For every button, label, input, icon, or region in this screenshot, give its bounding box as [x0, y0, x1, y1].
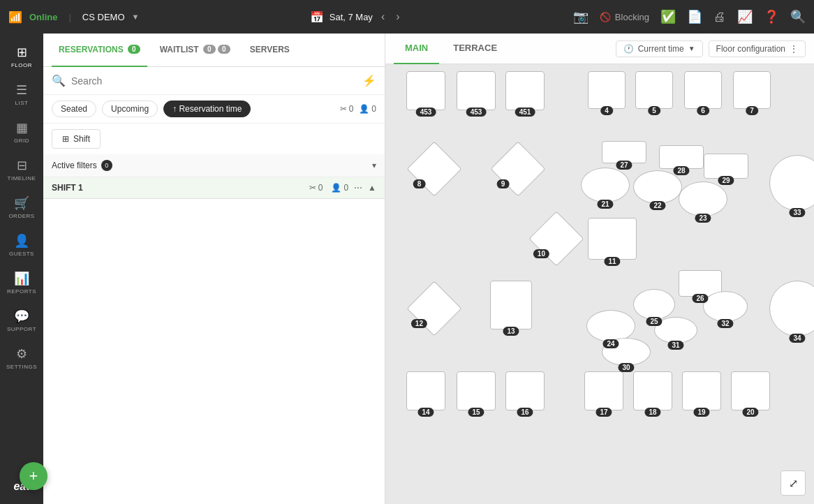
help-icon[interactable]: ❓ — [764, 9, 779, 24]
sidebar-item-grid-label: GRID — [14, 138, 29, 144]
table-8[interactable]: 8 — [406, 141, 462, 197]
floor-tab-terrace[interactable]: TERRACE — [442, 34, 508, 64]
print-icon[interactable]: 🖨 — [713, 10, 726, 24]
table-label-12: 12 — [411, 319, 427, 328]
sidebar-item-grid[interactable]: ▦ GRID — [3, 114, 40, 149]
table-4[interactable]: 4 — [588, 71, 626, 109]
table-23[interactable]: 23 — [679, 181, 727, 216]
table-33[interactable]: 33 — [769, 155, 814, 211]
persons-count-item: 👤 0 — [359, 104, 376, 114]
sidebar-item-settings[interactable]: ⚙ SETTINGS — [3, 341, 40, 376]
table-6[interactable]: 6 — [684, 71, 722, 109]
seated-chip-label: Seated — [61, 104, 87, 114]
topbar-center: 📅 Sat, 7 May ‹ › — [150, 8, 561, 26]
table-label-21: 21 — [597, 200, 613, 209]
list-icon: ☰ — [16, 82, 27, 98]
current-time-button[interactable]: 🕐 Current time ▼ — [616, 40, 703, 57]
table-32[interactable]: 32 — [703, 291, 748, 322]
table-453b[interactable]: 453 — [457, 71, 496, 110]
table-10[interactable]: 10 — [528, 211, 584, 267]
date-display: Sat, 7 May — [330, 12, 373, 22]
table-20[interactable]: 20 — [731, 371, 770, 410]
sidebar-item-list[interactable]: ☰ LIST — [3, 77, 40, 112]
table-19[interactable]: 19 — [682, 371, 721, 410]
next-date-button[interactable]: › — [393, 8, 402, 26]
expand-button[interactable]: ⤢ — [780, 470, 806, 496]
reservations-label: RESERVATIONS — [59, 45, 124, 54]
current-time-dropdown-icon: ▼ — [688, 45, 695, 52]
floor-canvas: 4534534514567892721282229233310111213252… — [385, 64, 814, 504]
table-18[interactable]: 18 — [633, 371, 672, 410]
demo-name[interactable]: CS DEMO — [82, 12, 125, 22]
seated-chip[interactable]: Seated — [52, 101, 96, 117]
table-28[interactable]: 28 — [659, 145, 704, 169]
floor-tab-terrace-label: TERRACE — [453, 43, 497, 53]
table-27[interactable]: 27 — [602, 141, 646, 163]
table-31[interactable]: 31 — [654, 317, 697, 343]
table-22[interactable]: 22 — [633, 170, 682, 204]
table-34[interactable]: 34 — [769, 281, 814, 336]
table-9[interactable]: 9 — [490, 141, 546, 197]
floor-tab-main[interactable]: MAIN — [394, 34, 439, 64]
sidebar-item-timeline[interactable]: ⊟ TIMELINE — [3, 152, 40, 187]
shift-collapse-button[interactable]: ▲ — [368, 183, 376, 193]
prev-date-button[interactable]: ‹ — [378, 8, 387, 26]
table-label-453b: 453 — [466, 108, 487, 117]
search-bar-icon: 🔍 — [52, 74, 66, 87]
shift-btn-label: Shift — [73, 134, 90, 144]
sidebar-item-settings-label: SETTINGS — [6, 364, 37, 370]
table-7[interactable]: 7 — [733, 71, 771, 109]
reservation-time-chip[interactable]: ↑ Reservation time — [163, 101, 251, 117]
sidebar-item-orders[interactable]: 🛒 ORDERS — [3, 190, 40, 225]
tab-reservations[interactable]: RESERVATIONS 0 — [52, 34, 147, 67]
table-17[interactable]: 17 — [584, 371, 623, 410]
persons-icon: 👤 — [359, 104, 369, 114]
orders-icon: 🛒 — [14, 195, 29, 211]
sidebar-item-floor[interactable]: ⊞ FLOOR — [3, 39, 40, 74]
shift-button[interactable]: ⊞ Shift — [52, 129, 101, 149]
timeline-icon: ⊟ — [17, 158, 27, 173]
table-5[interactable]: 5 — [635, 71, 673, 109]
table-15[interactable]: 15 — [457, 371, 496, 410]
grid-icon: ▦ — [16, 120, 28, 135]
filter-icon[interactable]: ⚡ — [362, 74, 376, 87]
upcoming-chip[interactable]: Upcoming — [102, 101, 158, 117]
trending-icon[interactable]: 📈 — [737, 9, 753, 24]
table-label-34: 34 — [789, 334, 805, 343]
camera-icon[interactable]: 📷 — [573, 9, 589, 24]
table-30[interactable]: 30 — [602, 338, 651, 366]
blocking-button[interactable]: 🚫 Blocking — [600, 12, 649, 22]
floor-config-button[interactable]: Floor configuration ⋮ — [709, 40, 806, 57]
table-29[interactable]: 29 — [704, 154, 748, 179]
table-11[interactable]: 11 — [588, 218, 637, 260]
reports-icon: 📊 — [14, 271, 29, 286]
table-12[interactable]: 12 — [406, 281, 462, 336]
search-input[interactable] — [71, 75, 357, 87]
table-label-5: 5 — [648, 106, 660, 115]
shift-area: ⊞ Shift — [43, 124, 385, 154]
sidebar-item-support[interactable]: 💬 SUPPORT — [3, 303, 40, 338]
covers-count: 0 — [349, 104, 354, 114]
tab-waitlist[interactable]: WAITLIST 0 0 — [153, 34, 237, 67]
sidebar-item-guests[interactable]: 👤 GUESTS — [3, 228, 40, 262]
table-451[interactable]: 451 — [505, 71, 545, 110]
demo-dropdown-icon[interactable]: ▼ — [132, 13, 140, 21]
shift-more-button[interactable]: ⋯ — [354, 183, 362, 193]
filters-expand-icon[interactable]: ▾ — [372, 161, 376, 170]
active-filters-bar[interactable]: Active filters 0 ▾ — [43, 154, 385, 177]
floor-tabs: MAIN TERRACE 🕐 Current time ▼ Floor conf… — [385, 34, 814, 64]
table-16[interactable]: 16 — [505, 371, 545, 410]
tab-servers[interactable]: SERVERS — [243, 34, 297, 67]
check-circle-icon[interactable]: ✅ — [660, 9, 676, 24]
topbar: 📶 Online | CS DEMO ▼ 📅 Sat, 7 May ‹ › 📷 … — [0, 0, 814, 34]
file-icon[interactable]: 📄 — [687, 9, 702, 24]
add-fab-button[interactable]: + — [20, 462, 47, 490]
table-21[interactable]: 21 — [581, 168, 630, 202]
table-13[interactable]: 13 — [490, 281, 532, 329]
table-453a[interactable]: 453 — [406, 71, 445, 110]
table-label-19: 19 — [693, 408, 709, 417]
sidebar-item-reports[interactable]: 📊 REPORTS — [3, 265, 40, 300]
search-icon[interactable]: 🔍 — [790, 9, 806, 24]
table-14[interactable]: 14 — [406, 371, 445, 410]
table-25[interactable]: 25 — [633, 289, 675, 320]
